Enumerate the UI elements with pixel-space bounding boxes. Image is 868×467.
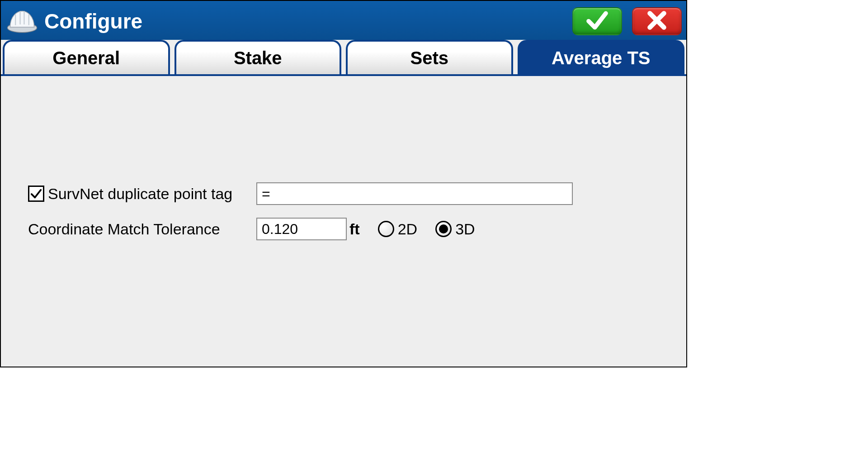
survnet-tag-input[interactable] (256, 182, 573, 205)
radio-2d-label: 2D (398, 220, 417, 238)
tab-bar: General Stake Sets Average TS (1, 40, 686, 76)
tab-average-ts[interactable]: Average TS (518, 40, 685, 74)
ok-button[interactable] (572, 7, 622, 35)
radio-icon (435, 221, 452, 237)
tab-sets[interactable]: Sets (346, 40, 513, 74)
tolerance-mode-group: 2D 3D (378, 220, 475, 238)
cancel-button[interactable] (632, 7, 682, 35)
tolerance-label: Coordinate Match Tolerance (28, 220, 220, 238)
title-bar: Configure (1, 1, 686, 42)
survnet-row: SurvNet duplicate point tag (28, 180, 659, 207)
close-icon (645, 9, 669, 34)
radio-3d-label: 3D (455, 220, 475, 238)
check-icon (585, 9, 609, 34)
tab-stake[interactable]: Stake (175, 40, 342, 74)
radio-3d[interactable]: 3D (435, 220, 475, 238)
checkmark-icon (30, 187, 42, 200)
tab-general[interactable]: General (3, 40, 170, 74)
survnet-label: SurvNet duplicate point tag (48, 185, 232, 203)
survnet-checkbox[interactable] (28, 186, 44, 202)
tolerance-unit: ft (349, 220, 360, 238)
tab-content: SurvNet duplicate point tag Coordinate M… (1, 76, 686, 367)
tolerance-row: Coordinate Match Tolerance ft 2D 3D (28, 215, 659, 243)
radio-icon (378, 221, 394, 237)
tolerance-input[interactable] (256, 218, 347, 240)
hardhat-icon (5, 8, 39, 35)
radio-2d[interactable]: 2D (378, 220, 417, 238)
page-title: Configure (44, 9, 567, 33)
